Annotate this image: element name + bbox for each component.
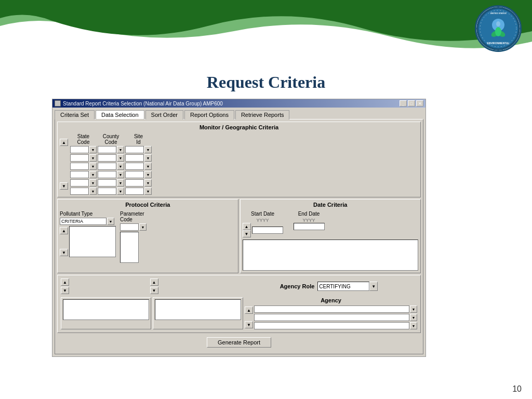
site-input-5[interactable]	[125, 179, 144, 187]
agency-right-scroll-1[interactable]: ▼	[410, 305, 417, 313]
state-input-1[interactable]	[70, 146, 89, 153]
parameter-label: ParameterCode	[120, 211, 147, 222]
tab-criteria-set[interactable]: Criteria Set	[55, 110, 95, 119]
site-id-inputs: ▼ ▼ ▼ ▼	[125, 146, 152, 195]
parameter-row: ▼	[120, 223, 147, 231]
agency-right-scroll-2[interactable]: ▼	[410, 314, 417, 321]
monitor-scroll-down[interactable]: ▼	[60, 182, 68, 190]
start-date-label: Start Date	[251, 211, 274, 217]
state-code-inputs: ▼ ▼ ▼ ▼	[70, 146, 97, 195]
county-dropdown-1[interactable]: ▼	[117, 146, 124, 153]
pollutant-list[interactable]	[69, 226, 116, 257]
site-input-3[interactable]	[125, 163, 144, 170]
site-dropdown-1[interactable]: ▼	[144, 146, 152, 153]
state-input-5[interactable]	[70, 179, 89, 187]
state-input-2[interactable]	[70, 154, 89, 162]
placeholder-up-1[interactable]: ▲	[61, 278, 69, 286]
county-row-4: ▼	[98, 171, 124, 178]
tab-data-selection[interactable]: Data Selection	[96, 110, 144, 119]
titlebar-left: Standard Report Criteria Selection (Nati…	[55, 100, 223, 107]
county-dropdown-6[interactable]: ▼	[117, 188, 124, 195]
site-dropdown-4[interactable]: ▼	[144, 171, 152, 178]
county-dropdown-2[interactable]: ▼	[117, 154, 124, 162]
pollutant-input[interactable]	[60, 218, 107, 225]
state-dropdown-4[interactable]: ▼	[89, 171, 97, 178]
county-input-2[interactable]	[98, 154, 116, 162]
tab-retrieve-reports[interactable]: Retrieve Reports	[235, 110, 290, 119]
date-section: Date Criteria Start Date YYYY ▲ ▼	[240, 199, 421, 273]
site-row-4: ▼	[125, 171, 152, 178]
state-dropdown-2[interactable]: ▼	[89, 154, 97, 162]
svg-text:ENVIRONMENTAL: ENVIRONMENTAL	[487, 42, 509, 45]
start-date-down[interactable]: ▼	[243, 230, 251, 237]
maximize-button[interactable]: □	[408, 100, 415, 107]
county-dropdown-5[interactable]: ▼	[117, 179, 124, 187]
placeholder-down-2[interactable]: ▼	[150, 287, 158, 294]
state-dropdown-1[interactable]: ▼	[89, 146, 97, 153]
site-dropdown-5[interactable]: ▼	[144, 179, 152, 187]
generate-report-button[interactable]: Generate Report	[207, 337, 271, 348]
site-dropdown-2[interactable]: ▼	[144, 154, 152, 162]
end-date-input[interactable]	[294, 223, 325, 230]
site-dropdown-6[interactable]: ▼	[144, 188, 152, 195]
tab-report-options[interactable]: Report Options	[184, 110, 234, 119]
state-dropdown-5[interactable]: ▼	[89, 179, 97, 187]
parameter-input[interactable]	[120, 223, 139, 231]
agency-scroll-up[interactable]: ▲	[245, 307, 253, 314]
state-row-3: ▼	[70, 163, 97, 170]
county-row-5: ▼	[98, 179, 124, 187]
monitor-scroll-up[interactable]: ▲	[60, 139, 68, 146]
site-row-1: ▼	[125, 146, 152, 153]
start-date-yyyy: YYYY	[256, 218, 269, 223]
county-input-4[interactable]	[98, 171, 116, 178]
state-dropdown-6[interactable]: ▼	[89, 188, 97, 195]
pollutant-scroll-down[interactable]: ▼	[60, 249, 68, 256]
parameter-dropdown[interactable]: ▼	[139, 223, 147, 231]
agency-scroll-down[interactable]: ▼	[245, 321, 253, 328]
site-input-4[interactable]	[125, 171, 144, 178]
agency-left-placeholder: ▲ ▼ ▲ ▼	[61, 278, 237, 294]
county-input-5[interactable]	[98, 179, 116, 187]
state-input-3[interactable]	[70, 163, 89, 170]
pollutant-dropdown[interactable]: ▼	[107, 218, 114, 225]
start-date-col: Start Date YYYY ▲ ▼	[243, 211, 283, 237]
agency-role-area: Agency Role ▼	[241, 282, 417, 291]
site-input-2[interactable]	[125, 154, 144, 162]
minimize-button[interactable]: _	[400, 100, 407, 107]
state-dropdown-3[interactable]: ▼	[89, 163, 97, 170]
close-button[interactable]: ✕	[416, 100, 423, 107]
tab-sort-order[interactable]: Sort Order	[145, 110, 183, 119]
agency-input-3[interactable]	[254, 322, 409, 329]
placeholder-up-2[interactable]: ▲	[150, 278, 158, 286]
agency-role-input[interactable]	[317, 282, 369, 291]
start-date-up[interactable]: ▲	[243, 223, 251, 230]
agency-input-1[interactable]	[254, 305, 409, 313]
site-input-1[interactable]	[125, 146, 144, 153]
county-input-1[interactable]	[98, 146, 116, 153]
parameter-list[interactable]	[120, 232, 139, 263]
site-input-6[interactable]	[125, 188, 144, 195]
agency-role-btn[interactable]: ▼	[369, 282, 378, 291]
agency-body: Agency ▲ ▼ ▼	[61, 297, 417, 329]
county-row-1: ▼	[98, 146, 124, 153]
placeholder-col-1: ▲ ▼	[61, 278, 149, 294]
main-window: Standard Report Criteria Selection (Nati…	[52, 99, 426, 357]
agency-input-2[interactable]	[254, 314, 409, 321]
pollutant-row: ▼	[60, 218, 116, 225]
empty-list-2	[155, 299, 241, 320]
county-dropdown-3[interactable]: ▼	[117, 163, 124, 170]
site-dropdown-3[interactable]: ▼	[144, 163, 152, 170]
county-dropdown-4[interactable]: ▼	[117, 171, 124, 178]
content-area: Monitor / Geographic Criteria ▲ ▼ State …	[55, 119, 423, 354]
agency-role-label: Agency Role	[280, 283, 315, 289]
pollutant-scroll-up[interactable]: ▲	[60, 227, 68, 234]
county-input-3[interactable]	[98, 163, 116, 170]
start-date-input[interactable]	[252, 227, 283, 234]
county-input-6[interactable]	[98, 188, 116, 195]
placeholder-down-1[interactable]: ▼	[61, 287, 69, 294]
state-input-6[interactable]	[70, 188, 89, 195]
agency-right-scroll-3[interactable]: ▼	[410, 322, 417, 329]
monitor-list-container: ▲ ▼ State Code ▼	[60, 134, 418, 195]
state-input-4[interactable]	[70, 171, 89, 178]
agency-list-row: ▲ ▼ ▼ ▼	[245, 305, 417, 329]
